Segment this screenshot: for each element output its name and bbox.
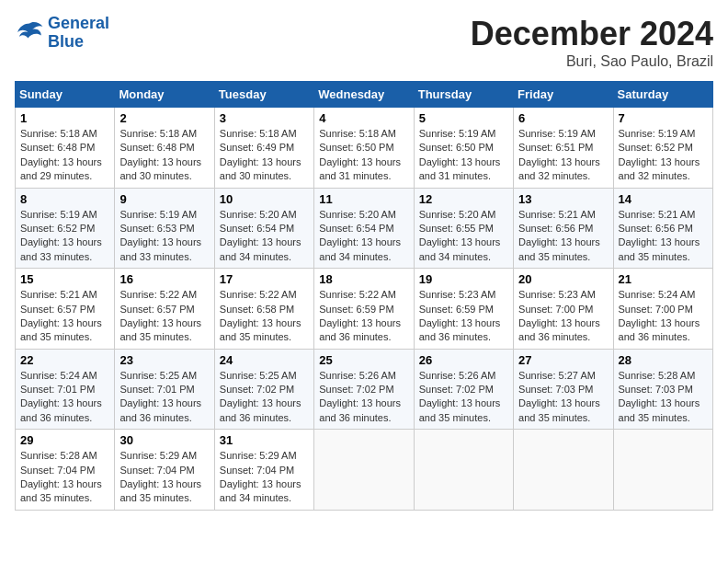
day-info: Sunrise: 5:21 AM Sunset: 6:57 PM Dayligh… [20,288,109,345]
calendar-week-row: 22 Sunrise: 5:24 AM Sunset: 7:01 PM Dayl… [16,349,713,430]
calendar-day-cell: 10 Sunrise: 5:20 AM Sunset: 6:54 PM Dayl… [214,188,313,269]
day-number: 22 [20,353,109,367]
calendar-day-cell: 20 Sunrise: 5:23 AM Sunset: 7:00 PM Dayl… [514,269,613,350]
logo-text: General Blue [48,15,109,52]
day-info: Sunrise: 5:29 AM Sunset: 7:04 PM Dayligh… [220,449,309,506]
day-info: Sunrise: 5:20 AM Sunset: 6:54 PM Dayligh… [220,208,309,265]
calendar-day-cell: 9 Sunrise: 5:19 AM Sunset: 6:53 PM Dayli… [115,188,214,269]
day-info: Sunrise: 5:21 AM Sunset: 6:56 PM Dayligh… [619,208,708,265]
day-number: 26 [419,353,508,367]
calendar-day-cell: 6 Sunrise: 5:19 AM Sunset: 6:51 PM Dayli… [514,108,613,189]
calendar-day-cell: 11 Sunrise: 5:20 AM Sunset: 6:54 PM Dayl… [314,188,414,269]
calendar-day-cell: 25 Sunrise: 5:26 AM Sunset: 7:02 PM Dayl… [314,349,414,430]
calendar-day-cell: 21 Sunrise: 5:24 AM Sunset: 7:00 PM Dayl… [613,269,712,350]
calendar-day-cell [414,430,513,511]
day-info: Sunrise: 5:24 AM Sunset: 7:00 PM Dayligh… [619,288,708,345]
calendar-week-row: 8 Sunrise: 5:19 AM Sunset: 6:52 PM Dayli… [16,188,713,269]
page-header: General Blue December 2024 Buri, Sao Pau… [15,15,713,70]
day-info: Sunrise: 5:19 AM Sunset: 6:52 PM Dayligh… [619,127,708,184]
location: Buri, Sao Paulo, Brazil [471,53,713,70]
calendar-day-cell: 31 Sunrise: 5:29 AM Sunset: 7:04 PM Dayl… [214,430,313,511]
day-info: Sunrise: 5:18 AM Sunset: 6:49 PM Dayligh… [220,127,309,184]
weekday-header: Thursday [414,82,513,108]
day-info: Sunrise: 5:25 AM Sunset: 7:02 PM Dayligh… [220,369,309,426]
calendar-day-cell: 16 Sunrise: 5:22 AM Sunset: 6:57 PM Dayl… [115,269,214,350]
day-info: Sunrise: 5:23 AM Sunset: 7:00 PM Dayligh… [518,288,608,345]
day-info: Sunrise: 5:21 AM Sunset: 6:56 PM Dayligh… [518,208,608,265]
calendar-week-row: 15 Sunrise: 5:21 AM Sunset: 6:57 PM Dayl… [16,269,713,350]
calendar-day-cell: 23 Sunrise: 5:25 AM Sunset: 7:01 PM Dayl… [115,349,214,430]
day-number: 25 [319,353,408,367]
calendar-day-cell: 26 Sunrise: 5:26 AM Sunset: 7:02 PM Dayl… [414,349,513,430]
day-number: 14 [619,192,708,206]
day-info: Sunrise: 5:20 AM Sunset: 6:55 PM Dayligh… [419,208,508,265]
day-number: 20 [518,272,608,286]
day-info: Sunrise: 5:19 AM Sunset: 6:51 PM Dayligh… [518,127,608,184]
day-number: 9 [119,192,209,206]
day-number: 16 [119,272,209,286]
day-number: 28 [619,353,708,367]
calendar-day-cell: 30 Sunrise: 5:29 AM Sunset: 7:04 PM Dayl… [115,430,214,511]
day-info: Sunrise: 5:18 AM Sunset: 6:50 PM Dayligh… [319,127,408,184]
day-info: Sunrise: 5:26 AM Sunset: 7:02 PM Dayligh… [419,369,508,426]
day-number: 4 [319,111,408,125]
day-number: 23 [119,353,209,367]
calendar-day-cell: 27 Sunrise: 5:27 AM Sunset: 7:03 PM Dayl… [514,349,613,430]
day-number: 17 [220,272,309,286]
day-info: Sunrise: 5:29 AM Sunset: 7:04 PM Dayligh… [119,449,209,506]
weekday-header: Saturday [613,82,712,108]
day-number: 30 [119,433,209,447]
day-info: Sunrise: 5:24 AM Sunset: 7:01 PM Dayligh… [20,369,109,426]
day-number: 27 [518,353,608,367]
calendar-table: SundayMondayTuesdayWednesdayThursdayFrid… [15,81,713,511]
calendar-day-cell: 28 Sunrise: 5:28 AM Sunset: 7:03 PM Dayl… [613,349,712,430]
calendar-day-cell: 19 Sunrise: 5:23 AM Sunset: 6:59 PM Dayl… [414,269,513,350]
day-number: 5 [419,111,508,125]
weekday-header: Tuesday [214,82,313,108]
day-number: 3 [220,111,309,125]
day-number: 11 [319,192,408,206]
day-number: 18 [319,272,408,286]
day-number: 24 [220,353,309,367]
day-info: Sunrise: 5:22 AM Sunset: 6:59 PM Dayligh… [319,288,408,345]
day-info: Sunrise: 5:28 AM Sunset: 7:04 PM Dayligh… [20,449,109,506]
day-info: Sunrise: 5:28 AM Sunset: 7:03 PM Dayligh… [619,369,708,426]
calendar-day-cell: 29 Sunrise: 5:28 AM Sunset: 7:04 PM Dayl… [16,430,115,511]
logo-bird-icon [15,20,44,46]
day-info: Sunrise: 5:23 AM Sunset: 6:59 PM Dayligh… [419,288,508,345]
day-number: 21 [619,272,708,286]
day-number: 19 [419,272,508,286]
day-info: Sunrise: 5:18 AM Sunset: 6:48 PM Dayligh… [119,127,209,184]
day-info: Sunrise: 5:18 AM Sunset: 6:48 PM Dayligh… [20,127,109,184]
day-number: 7 [619,111,708,125]
day-number: 8 [20,192,109,206]
calendar-day-cell [314,430,414,511]
day-number: 6 [518,111,608,125]
day-number: 10 [220,192,309,206]
day-info: Sunrise: 5:26 AM Sunset: 7:02 PM Dayligh… [319,369,408,426]
calendar-day-cell: 15 Sunrise: 5:21 AM Sunset: 6:57 PM Dayl… [16,269,115,350]
day-number: 2 [119,111,209,125]
day-info: Sunrise: 5:22 AM Sunset: 6:58 PM Dayligh… [220,288,309,345]
calendar-day-cell [613,430,712,511]
calendar-day-cell: 22 Sunrise: 5:24 AM Sunset: 7:01 PM Dayl… [16,349,115,430]
day-info: Sunrise: 5:22 AM Sunset: 6:57 PM Dayligh… [119,288,209,345]
calendar-day-cell: 5 Sunrise: 5:19 AM Sunset: 6:50 PM Dayli… [414,108,513,189]
day-info: Sunrise: 5:19 AM Sunset: 6:53 PM Dayligh… [119,208,209,265]
calendar-header-row: SundayMondayTuesdayWednesdayThursdayFrid… [16,82,713,108]
day-number: 1 [20,111,109,125]
calendar-day-cell: 14 Sunrise: 5:21 AM Sunset: 6:56 PM Dayl… [613,188,712,269]
weekday-header: Wednesday [314,82,414,108]
month-title: December 2024 [471,15,713,53]
calendar-day-cell: 1 Sunrise: 5:18 AM Sunset: 6:48 PM Dayli… [16,108,115,189]
calendar-day-cell: 12 Sunrise: 5:20 AM Sunset: 6:55 PM Dayl… [414,188,513,269]
calendar-day-cell: 13 Sunrise: 5:21 AM Sunset: 6:56 PM Dayl… [514,188,613,269]
day-info: Sunrise: 5:25 AM Sunset: 7:01 PM Dayligh… [119,369,209,426]
day-number: 13 [518,192,608,206]
day-number: 15 [20,272,109,286]
calendar-day-cell: 7 Sunrise: 5:19 AM Sunset: 6:52 PM Dayli… [613,108,712,189]
day-info: Sunrise: 5:19 AM Sunset: 6:50 PM Dayligh… [419,127,508,184]
weekday-header: Monday [115,82,214,108]
calendar-week-row: 1 Sunrise: 5:18 AM Sunset: 6:48 PM Dayli… [16,108,713,189]
calendar-day-cell: 2 Sunrise: 5:18 AM Sunset: 6:48 PM Dayli… [115,108,214,189]
